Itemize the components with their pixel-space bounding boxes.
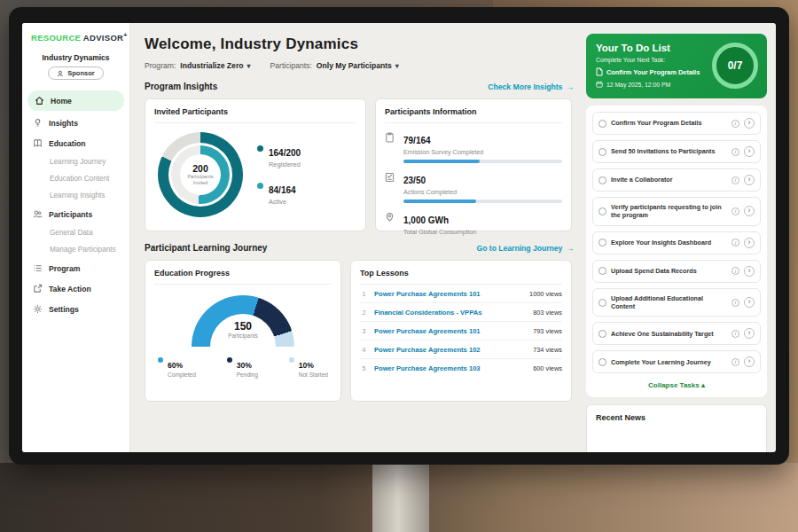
task-row-complete-learning-journey[interactable]: Complete Your Learning Journey i › (592, 350, 761, 373)
chevron-right-icon[interactable]: › (744, 297, 755, 308)
go-to-learning-journey-link[interactable]: Go to Learning Journey → (476, 244, 574, 253)
sidebar-item-education-content[interactable]: Education Content (22, 170, 129, 187)
task-row-confirm-program[interactable]: Confirm Your Program Details i › (592, 112, 761, 135)
link-label: Check More Insights (488, 82, 562, 91)
list-icon (33, 263, 43, 273)
sidebar-item-label: Insights (49, 119, 78, 128)
logo-advisor: ADVISOR (83, 33, 123, 43)
lesson-rank: 2 (360, 309, 368, 316)
chevron-right-icon[interactable]: › (744, 266, 755, 277)
sidebar-subitem-label: General Data (50, 229, 93, 237)
chevron-down-icon: ▾ (247, 62, 251, 70)
task-row-upload-spend-data[interactable]: Upload Spend Data Records i › (592, 260, 761, 283)
lesson-link[interactable]: Power Purchase Agreements 101 (374, 290, 523, 298)
lesson-views: 734 views (533, 346, 562, 354)
lesson-row: 1 Power Purchase Agreements 101 1000 vie… (360, 285, 562, 303)
survey-progress-fill (403, 160, 480, 163)
chevron-right-icon[interactable]: › (744, 146, 755, 157)
sponsor-badge[interactable]: Sponsor (48, 66, 103, 80)
sidebar-item-insights[interactable]: Insights (22, 113, 129, 133)
chevron-right-icon[interactable]: › (744, 118, 755, 129)
participants-filter-select[interactable]: Only My Participants ▾ (317, 61, 399, 70)
legend-dot-registered (257, 145, 263, 152)
task-label: Confirm Your Program Details (611, 119, 727, 127)
arrow-right-icon: → (566, 82, 574, 91)
legend-dot-not-started (289, 357, 294, 363)
page-title: Welcome, Industry Dynamics (145, 35, 574, 53)
task-checkbox[interactable] (598, 176, 606, 184)
task-checkbox[interactable] (598, 148, 606, 156)
completed-value: 60% (168, 361, 183, 370)
donut-center: 200 Participants Invited (180, 154, 221, 195)
lesson-link[interactable]: Power Purchase Agreements 101 (374, 327, 527, 335)
task-checkbox[interactable] (598, 267, 606, 275)
lesson-link[interactable]: Power Purchase Agreements 102 (374, 346, 527, 354)
task-checkbox[interactable] (598, 330, 606, 338)
sidebar-item-learning-insights[interactable]: Learning Insights (22, 187, 129, 204)
lesson-views: 600 views (533, 364, 562, 372)
task-row-invite-collaborator[interactable]: Invite a Collaborator i › (592, 168, 761, 192)
lesson-rank: 4 (360, 347, 368, 353)
todo-header: Your To Do List Complete Your Next Task:… (586, 34, 767, 98)
lesson-link[interactable]: Financial Considerations - VPPAs (374, 309, 527, 317)
task-checkbox[interactable] (598, 239, 606, 246)
sidebar-item-home[interactable]: Home (27, 90, 124, 111)
checklist-icon (385, 171, 396, 203)
next-task-label: Confirm Your Program Details (606, 68, 700, 76)
task-checkbox[interactable] (598, 120, 606, 128)
donut-legend: 164/200 Registered 84/164 Active (257, 144, 301, 206)
task-checkbox[interactable] (598, 207, 606, 215)
logo-plus: + (123, 32, 127, 38)
task-checkbox[interactable] (598, 299, 606, 307)
emission-survey-row: 79/164 Emission Survey Completed (385, 131, 562, 163)
lesson-link[interactable]: Power Purchase Agreements 103 (374, 364, 527, 372)
actions-progress-bar (403, 200, 562, 203)
chevron-right-icon[interactable]: › (744, 206, 755, 216)
lightbulb-icon (33, 118, 43, 128)
recent-news-card: Recent News (586, 404, 767, 452)
program-filter-select[interactable]: Industrialize Zero ▾ (180, 61, 250, 70)
todo-next-task[interactable]: Confirm Your Program Details (596, 67, 700, 76)
sidebar-item-education[interactable]: Education (22, 133, 129, 153)
task-row-explore-insights[interactable]: Explore Your Insights Dashboard i › (592, 231, 761, 254)
donut-center-label: Participants Invited (183, 174, 218, 186)
sidebar-item-learning-journey[interactable]: Learning Journey (22, 153, 129, 170)
chevron-right-icon[interactable]: › (744, 356, 755, 367)
task-row-achieve-sustainability-target[interactable]: Achieve One Sustainability Target i › (592, 322, 761, 345)
participants-filter-label: Participants: (270, 61, 312, 70)
survey-value: 79/164 (403, 136, 431, 145)
collapse-tasks-button[interactable]: Collapse Tasks ▴ (592, 379, 761, 395)
sidebar-item-general-data[interactable]: General Data (22, 224, 129, 241)
chevron-right-icon[interactable]: › (744, 175, 755, 185)
sidebar-item-participants[interactable]: Participants (22, 204, 129, 224)
task-row-verify-participants[interactable]: Verify participants requesting to join t… (592, 197, 761, 226)
task-row-upload-educational-content[interactable]: Upload Additional Educational Content i … (592, 288, 761, 317)
survey-label: Emission Survey Completed (403, 148, 562, 156)
task-row-send-invitations[interactable]: Send 50 Invitations to Participants i › (592, 140, 761, 163)
task-checkbox[interactable] (598, 358, 606, 366)
legend-not-started: 10% Not Started (289, 356, 328, 378)
legend-dot-completed (158, 357, 163, 363)
sidebar-item-take-action[interactable]: Take Action (22, 278, 129, 299)
invited-participants-donut-chart: 200 Participants Invited (158, 132, 243, 217)
legend-dot-active (257, 183, 263, 189)
clipboard-icon (385, 131, 396, 163)
collapse-label: Collapse Tasks (648, 381, 700, 389)
consumption-label: Total Global Consumption (403, 228, 562, 236)
chevron-right-icon[interactable]: › (744, 328, 755, 339)
chevron-right-icon[interactable]: › (744, 238, 755, 248)
sidebar-item-label: Home (51, 97, 72, 106)
sidebar-item-label: Program (49, 264, 80, 273)
check-more-insights-link[interactable]: Check More Insights → (488, 82, 574, 91)
invited-participants-card: Invited Participants 200 Participants In… (145, 98, 366, 231)
sidebar-item-manage-participants[interactable]: Manage Participants (22, 241, 129, 258)
person-icon (57, 70, 64, 77)
sidebar-item-program[interactable]: Program (22, 258, 129, 278)
sidebar-item-settings[interactable]: Settings (22, 299, 129, 319)
registered-value: 164/200 (269, 148, 301, 158)
sidebar-item-label: Participants (49, 210, 92, 219)
task-label: Explore Your Insights Dashboard (611, 239, 727, 246)
info-icon: i (732, 120, 739, 128)
chevron-down-icon: ▾ (395, 62, 399, 70)
insights-cards-row: Invited Participants 200 Participants In… (145, 98, 574, 231)
